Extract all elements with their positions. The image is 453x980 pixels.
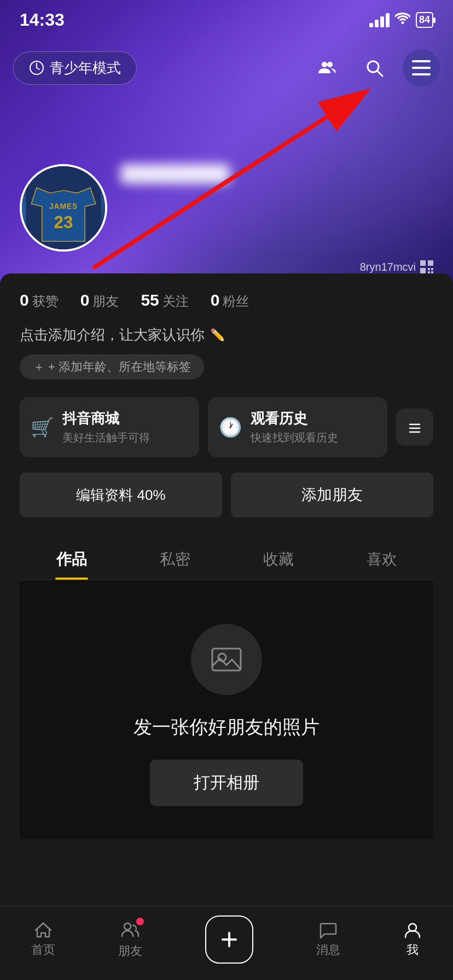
svg-rect-6 [412, 67, 431, 69]
top-nav-icons [309, 49, 440, 86]
svg-rect-5 [412, 60, 431, 62]
shop-title: 抖音商城 [62, 409, 150, 428]
svg-rect-16 [428, 268, 430, 270]
bottom-navigation: 首页 朋友 消息 我 [0, 906, 453, 980]
stat-following: 55 关注 [141, 291, 188, 310]
username-blurred [120, 164, 230, 184]
svg-point-1 [322, 62, 327, 67]
empty-title: 发一张你好朋友的照片 [133, 715, 320, 740]
open-album-button[interactable]: 打开相册 [150, 760, 303, 806]
svg-line-4 [378, 71, 382, 76]
following-count: 55 [141, 291, 159, 310]
history-title: 观看历史 [251, 409, 338, 428]
friends-label: 朋友 [92, 293, 119, 310]
followers-label: 粉丝 [223, 293, 249, 310]
signal-bars-icon [369, 13, 390, 27]
hero-background: 青少年模式 [0, 0, 453, 284]
friends-nav-button[interactable] [309, 49, 346, 86]
menu-nav-button[interactable] [403, 49, 440, 86]
avatar-image: JAMES 23 [22, 166, 105, 249]
nav-home-label: 首页 [31, 942, 55, 958]
bio-text[interactable]: 点击添加介绍，让大家认识你 ✏️ [20, 325, 433, 345]
wifi-icon [395, 13, 410, 28]
add-tag-icon: ＋ [33, 359, 45, 375]
svg-point-2 [327, 62, 333, 67]
svg-text:23: 23 [54, 213, 73, 232]
avatar-area: JAMES 23 [20, 164, 230, 252]
tab-collections[interactable]: 收藏 [226, 537, 330, 580]
stats-row: 0 获赞 0 朋友 55 关注 0 粉丝 [20, 291, 433, 310]
friends-count: 0 [80, 291, 90, 310]
battery-icon: 84 [416, 12, 433, 28]
history-subtitle: 快速找到观看历史 [251, 430, 338, 445]
shop-icon: 🛒 [31, 416, 54, 438]
add-tag-label: + 添加年龄、所在地等标签 [48, 359, 191, 375]
nav-create[interactable] [205, 915, 253, 964]
create-button[interactable] [205, 915, 253, 964]
youth-mode-badge[interactable]: 青少年模式 [13, 51, 137, 85]
profile-content: 0 获赞 0 朋友 55 关注 0 粉丝 点击添加介绍，让大家认识你 ✏️ ＋ … [0, 273, 453, 926]
following-label: 关注 [162, 293, 189, 310]
status-time: 14:33 [20, 10, 65, 30]
history-texts: 观看历史 快速找到观看历史 [251, 409, 338, 445]
add-friend-button[interactable]: 添加朋友 [231, 472, 433, 517]
stat-likes: 0 获赞 [20, 291, 59, 310]
youth-mode-label: 青少年模式 [50, 59, 121, 78]
shop-link[interactable]: 🛒 抖音商城 美好生活触手可得 [20, 397, 199, 457]
user-id: 8ryn17mcvi [360, 260, 433, 273]
nav-home[interactable]: 首页 [31, 921, 55, 958]
empty-state: 发一张你好朋友的照片 打开相册 [20, 580, 433, 839]
nav-profile-label: 我 [406, 942, 419, 958]
top-navigation: 青少年模式 [0, 49, 453, 86]
stat-friends: 0 朋友 [80, 291, 119, 310]
edit-profile-button[interactable]: 编辑资料 40% [20, 472, 222, 517]
svg-rect-14 [428, 260, 433, 266]
bio-content: 点击添加介绍，让大家认识你 [20, 325, 205, 345]
svg-rect-7 [412, 73, 431, 75]
status-bar: 14:33 84 [0, 0, 453, 36]
tags-row: ＋ + 添加年龄、所在地等标签 [20, 354, 433, 380]
nav-friends[interactable]: 朋友 [118, 920, 142, 959]
friends-notification-dot [136, 918, 144, 925]
stat-followers: 0 粉丝 [211, 291, 249, 310]
history-link[interactable]: 🕐 观看历史 快速找到观看历史 [208, 397, 387, 457]
svg-rect-13 [420, 260, 426, 266]
action-buttons: 编辑资料 40% 添加朋友 [20, 472, 433, 517]
tab-works[interactable]: 作品 [20, 537, 123, 580]
svg-rect-17 [431, 268, 433, 270]
avatar[interactable]: JAMES 23 [20, 164, 107, 252]
followers-count: 0 [211, 291, 220, 310]
quick-links: 🛒 抖音商城 美好生活触手可得 🕐 观看历史 快速找到观看历史 [20, 397, 433, 457]
svg-rect-23 [212, 649, 241, 670]
youth-mode-icon [29, 60, 44, 75]
edit-bio-icon[interactable]: ✏️ [210, 328, 225, 342]
tab-private[interactable]: 私密 [123, 537, 226, 580]
likes-count: 0 [20, 291, 29, 310]
status-icons: 84 [369, 12, 433, 28]
shop-subtitle: 美好生活触手可得 [62, 430, 150, 445]
user-id-value: 8ryn17mcvi [360, 261, 416, 273]
svg-rect-15 [420, 268, 426, 273]
nav-messages-label: 消息 [316, 942, 340, 958]
search-nav-button[interactable] [356, 49, 393, 86]
likes-label: 获赞 [32, 293, 59, 310]
shop-texts: 抖音商城 美好生活触手可得 [62, 409, 150, 445]
add-tag-button[interactable]: ＋ + 添加年龄、所在地等标签 [20, 354, 204, 380]
empty-icon-circle [191, 624, 262, 695]
tabs-row: 作品 私密 收藏 喜欢 [20, 537, 433, 580]
tab-likes[interactable]: 喜欢 [330, 537, 433, 580]
nav-friends-label: 朋友 [118, 943, 142, 959]
svg-point-25 [124, 923, 131, 930]
nav-profile[interactable]: 我 [403, 921, 422, 958]
nav-messages[interactable]: 消息 [316, 921, 340, 958]
svg-text:JAMES: JAMES [49, 202, 78, 211]
history-icon: 🕐 [219, 416, 242, 438]
more-links-button[interactable] [396, 409, 433, 446]
